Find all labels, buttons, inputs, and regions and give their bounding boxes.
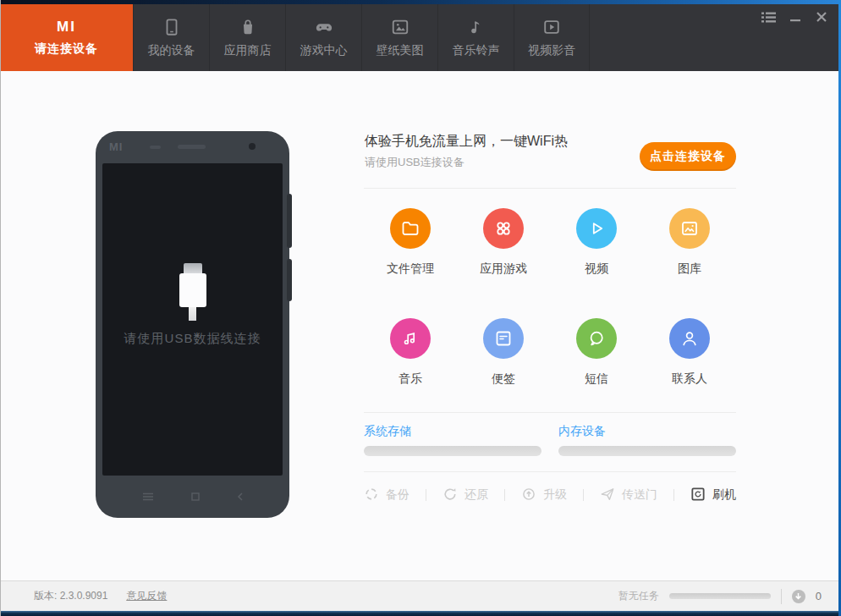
version-label: 版本: 2.3.0.9091 <box>34 589 107 603</box>
shortcut-label: 便签 <box>492 371 515 387</box>
play-icon <box>576 208 617 249</box>
portal-paper-plane-icon <box>600 487 615 504</box>
toolbar-separator <box>426 489 426 501</box>
shortcut-video[interactable]: 视频 <box>550 208 643 277</box>
device-icon <box>162 18 181 36</box>
shortcut-music[interactable]: 音乐 <box>364 318 457 387</box>
window-controls <box>761 11 827 23</box>
shortcut-sms[interactable]: 短信 <box>550 318 643 387</box>
phone-home-icon <box>191 489 200 504</box>
gallery-icon <box>669 208 710 249</box>
usb-hint: 请使用USB连接设备 <box>365 155 464 170</box>
mi-pc-suite-window: MI 请连接设备 我的设备 应用商店 游戏中心 壁纸美图 <box>0 0 841 616</box>
phone-power-button <box>287 259 292 301</box>
backup-icon <box>364 487 379 504</box>
shortcut-row-1: 文件管理 应用游戏 视频 图库 <box>364 208 736 277</box>
gamepad-icon <box>315 18 333 36</box>
folder-icon <box>390 208 431 249</box>
tab-label: 音乐铃声 <box>453 43 500 58</box>
shortcut-gallery[interactable]: 图库 <box>643 208 736 277</box>
shortcut-file-manager[interactable]: 文件管理 <box>364 208 457 277</box>
music-notes-icon <box>390 318 431 359</box>
phone-volume-button <box>287 194 292 248</box>
phone-back-icon <box>237 489 244 504</box>
tab-game-center[interactable]: 游戏中心 <box>285 4 361 71</box>
tab-wallpaper[interactable]: 壁纸美图 <box>361 4 437 71</box>
shortcut-label: 联系人 <box>672 371 707 387</box>
tab-label: 游戏中心 <box>300 43 348 58</box>
minimize-icon[interactable] <box>790 12 801 23</box>
phone-illustration: MI 请使用USB数据线连接 <box>96 131 289 518</box>
note-icon <box>483 318 524 359</box>
toolbar-separator <box>504 489 505 501</box>
tab-label: 应用商店 <box>224 43 272 58</box>
connect-device-button[interactable]: 点击连接设备 <box>640 142 736 171</box>
active-tab-label: 请连接设备 <box>35 41 98 57</box>
tool-label: 还原 <box>464 487 488 503</box>
tool-label: 升级 <box>543 487 567 503</box>
shortcut-contacts[interactable]: 联系人 <box>643 318 736 387</box>
shortcut-apps-games[interactable]: 应用游戏 <box>457 208 550 277</box>
memory-device-bar <box>558 446 736 456</box>
upgrade-button[interactable]: 升级 <box>521 487 567 504</box>
shortcut-label: 音乐 <box>399 371 422 387</box>
shortcut-label: 应用游戏 <box>480 261 527 277</box>
task-status-label: 暂无任务 <box>618 589 659 603</box>
phone-brand-logo: MI <box>109 140 123 153</box>
shortcut-label: 视频 <box>585 261 608 277</box>
feedback-link[interactable]: 意见反馈 <box>126 589 167 603</box>
phone-earpiece <box>178 145 206 149</box>
restore-icon <box>442 487 458 504</box>
system-storage-label: 系统存储 <box>364 424 411 439</box>
tab-music-ringtone[interactable]: 音乐铃声 <box>437 4 514 71</box>
task-progress-bar <box>669 593 771 599</box>
phone-menu-icon <box>142 489 154 504</box>
store-bag-icon <box>239 18 257 36</box>
window-border-left <box>0 0 1 616</box>
divider <box>364 412 736 413</box>
portal-button[interactable]: 传送门 <box>600 487 657 504</box>
tab-label: 视频影音 <box>528 43 575 58</box>
task-count: 0 <box>816 590 822 602</box>
tool-label: 传送门 <box>622 487 657 503</box>
restore-button[interactable]: 还原 <box>442 487 488 504</box>
tab-label: 壁纸美图 <box>377 43 424 58</box>
close-icon[interactable] <box>816 11 827 23</box>
tab-app-store[interactable]: 应用商店 <box>209 4 285 71</box>
shortcut-label: 文件管理 <box>387 261 434 277</box>
footer-separator <box>781 589 782 604</box>
divider <box>364 471 736 472</box>
toolbar-separator <box>583 489 584 501</box>
tab-connect-device[interactable]: MI 请连接设备 <box>0 4 133 71</box>
download-tasks-icon[interactable] <box>792 590 805 603</box>
wallpaper-icon <box>391 18 410 36</box>
tool-label: 刷机 <box>712 487 736 503</box>
toolbar-separator <box>673 489 674 501</box>
contacts-icon <box>669 318 710 359</box>
system-storage-bar <box>364 446 541 456</box>
memory-device-label: 内存设备 <box>558 424 606 439</box>
divider <box>364 188 736 189</box>
video-icon <box>542 18 561 36</box>
flash-icon <box>690 487 706 504</box>
window-border-top <box>0 0 841 4</box>
music-note-icon <box>467 18 486 36</box>
status-bar: 版本: 2.3.0.9091 意见反馈 暂无任务 0 <box>1 580 838 611</box>
shortcut-label: 图库 <box>678 261 701 277</box>
footer-right: 暂无任务 0 <box>618 589 822 604</box>
flash-rom-button[interactable]: 刷机 <box>690 487 736 504</box>
menu-list-icon[interactable] <box>761 12 776 23</box>
tab-video[interactable]: 视频影音 <box>514 4 590 71</box>
upgrade-icon <box>521 487 536 504</box>
apps-icon <box>483 208 524 249</box>
shortcut-notes[interactable]: 便签 <box>457 318 550 387</box>
usb-connect-message: 请使用USB数据线连接 <box>102 331 283 347</box>
shortcut-row-2: 音乐 便签 短信 联系人 <box>364 318 736 387</box>
usb-plug-icon <box>179 263 206 321</box>
sms-icon <box>576 318 617 359</box>
tab-my-device[interactable]: 我的设备 <box>133 4 209 71</box>
phone-screen: 请使用USB数据线连接 <box>102 163 283 476</box>
backup-button[interactable]: 备份 <box>364 487 410 504</box>
window-border-bottom <box>0 611 841 616</box>
mi-logo: MI <box>57 19 76 36</box>
